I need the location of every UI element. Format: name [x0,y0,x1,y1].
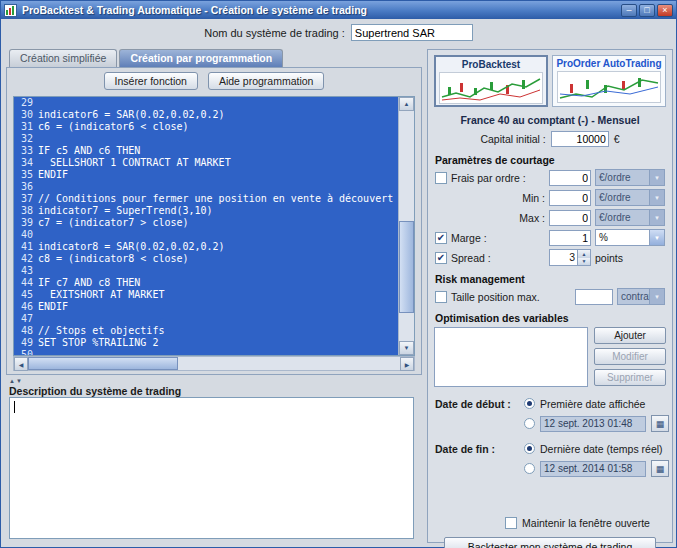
tab-creation-programmation[interactable]: Création par programmation [119,49,283,67]
line-number: 44 [14,277,38,289]
line-text: // Stops et objectifs [38,325,164,337]
margin-checkbox[interactable]: ✔ [435,232,447,244]
end-custom-date-radio[interactable] [524,463,535,474]
fees-min-unit-dropdown[interactable]: €/ordre ▼ [595,189,665,206]
scroll-left-icon[interactable]: ◀ [14,357,28,371]
code-line: 43 [14,265,398,277]
edit-variable-button[interactable]: Modifier [594,348,666,365]
end-last-date-radio[interactable] [524,443,535,454]
vertical-scroll-thumb[interactable] [399,221,414,313]
variables-listbox[interactable] [434,327,588,387]
fees-max-input[interactable] [549,210,591,226]
probacktest-window: ProBacktest & Trading Automatique - Créa… [0,0,677,548]
position-size-label: Taille position max. [451,291,540,303]
system-name-input[interactable] [351,24,473,41]
fees-max-unit-dropdown[interactable]: €/ordre ▼ [595,209,665,226]
add-variable-button[interactable]: Ajouter [594,327,666,344]
margin-label: Marge : [451,232,487,244]
end-date-label: Date de fin : [435,443,519,455]
maximize-button[interactable]: □ [639,4,655,17]
code-line: 29 [14,97,398,109]
spread-checkbox[interactable]: ✔ [435,252,447,264]
line-number: 46 [14,301,38,313]
line-text: indicator8 = SAR(0.02,0.02,0.2) [38,241,225,253]
position-size-unit-dropdown[interactable]: contrats ▼ [617,288,665,305]
code-line: 46 ENDIF [14,301,398,313]
settings-panel: ProBacktest ProOrder AutoTrading [427,49,673,543]
line-number: 38 [14,205,38,217]
line-number: 32 [14,133,38,145]
splitter-arrows-icon[interactable]: ▲▼ [6,378,23,384]
end-date-field[interactable]: 12 sept. 2014 01:58 [540,461,646,477]
start-first-date-option: Première date affichée [540,398,645,410]
position-size-checkbox[interactable] [435,291,447,303]
line-text: c7 = (indicator7 > close) [38,217,189,229]
proorder-autotrading-button[interactable]: ProOrder AutoTrading [552,55,666,107]
code-line: 31 c6 = (indicator6 < close) [14,121,398,133]
code-line: 47 [14,313,398,325]
spread-label: Spread : [451,252,491,264]
delete-variable-button[interactable]: Supprimer [594,369,666,386]
code-line: 33 IF c5 AND c6 THEN [14,145,398,157]
minimize-button[interactable]: – [621,4,637,17]
line-number: 50 [14,349,38,355]
line-text: IF c5 AND c6 THEN [38,145,140,157]
scroll-up-icon[interactable]: ▲ [399,97,414,111]
scroll-down-icon[interactable]: ▼ [399,341,414,355]
tab-creation-simplifiee[interactable]: Création simplifiée [9,49,117,67]
probacktest-button[interactable]: ProBacktest [434,55,548,107]
scroll-right-icon[interactable]: ▶ [400,357,414,371]
calendar-icon[interactable]: ▦ [651,415,669,432]
probacktest-chart-icon [439,72,543,104]
capital-input[interactable] [551,131,609,147]
chevron-down-icon: ▼ [649,289,664,304]
spread-spinner[interactable]: 3 ▲ ▼ [549,249,591,266]
start-date-block: Date de début : Première date affichée 1… [434,395,666,432]
backtest-button[interactable]: Backtester mon système de trading [444,537,656,548]
start-custom-date-radio[interactable] [524,418,535,429]
line-number: 49 [14,337,38,349]
insert-function-button[interactable]: Insérer fonction [104,72,198,90]
product-switch: ProBacktest ProOrder AutoTrading [434,55,666,107]
start-date-label: Date de début : [435,398,519,410]
code-line: 30 indicator6 = SAR(0.02,0.02,0.2) [14,109,398,121]
line-number: 36 [14,181,38,193]
horizontal-scroll-thumb[interactable] [28,357,178,370]
spinner-down-icon[interactable]: ▼ [578,258,590,266]
title-bar[interactable]: ProBacktest & Trading Automatique - Créa… [1,1,676,19]
line-number: 33 [14,145,38,157]
fees-min-row: Min : €/ordre ▼ [435,189,665,206]
code-line: 34 SELLSHORT 1 CONTRACT AT MARKET [14,157,398,169]
proorder-chart-icon [557,71,661,103]
code-line: 49 SET STOP %TRAILING 2 [14,337,398,349]
programming-help-button[interactable]: Aide programmation [208,72,325,90]
margin-input[interactable] [549,230,591,246]
line-number: 42 [14,253,38,265]
spinner-up-icon[interactable]: ▲ [578,250,590,258]
fees-input[interactable] [549,170,591,186]
calendar-icon[interactable]: ▦ [651,460,669,477]
description-textarea[interactable] [9,397,414,539]
panel-splitter[interactable]: ▲▼ [6,377,422,385]
horizontal-scrollbar[interactable]: ◀ ▶ [13,356,415,371]
chevron-down-icon: ▼ [649,230,664,245]
line-number: 39 [14,217,38,229]
code-line: 50 [14,349,398,355]
fees-unit-dropdown[interactable]: €/ordre ▼ [595,169,665,186]
line-text: ENDIF [38,169,68,181]
position-size-input[interactable] [575,289,613,305]
optimisation-block: Ajouter Modifier Supprimer [434,327,666,387]
line-text: indicator7 = SuperTrend(3,10) [38,205,213,217]
close-button[interactable]: × [657,4,673,17]
keep-open-checkbox[interactable] [505,517,517,529]
margin-unit-dropdown[interactable]: % ▼ [595,229,665,246]
start-date-field[interactable]: 12 sept. 2013 01:48 [540,416,646,432]
code-line: 38 indicator7 = SuperTrend(3,10) [14,205,398,217]
start-first-date-radio[interactable] [524,398,535,409]
code-editor[interactable]: 29 30 indicator6 = SAR(0.02,0.02,0.2) 31… [13,96,415,356]
code-lines[interactable]: 29 30 indicator6 = SAR(0.02,0.02,0.2) 31… [14,97,398,355]
fees-checkbox[interactable] [435,172,447,184]
fees-min-input[interactable] [549,190,591,206]
vertical-scrollbar[interactable]: ▲ ▼ [398,97,414,355]
line-number: 47 [14,313,38,325]
